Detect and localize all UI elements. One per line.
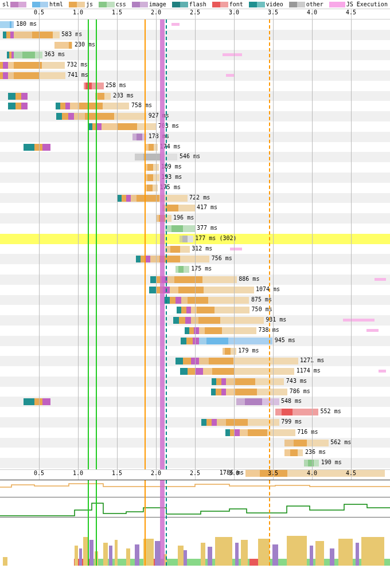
legend-other: other [289,1,323,7]
svg-rect-1 [75,546,78,566]
duration-label: 716 ms [297,429,318,435]
svg-rect-18 [79,548,82,566]
svg-rect-16 [338,539,353,566]
svg-rect-23 [184,550,187,566]
axis-bottom: 0.51.01.52.02.53.03.54.04.5 [0,469,390,480]
duration-label: 786 ms [290,388,310,394]
duration-label: 190 ms [321,459,342,465]
duration-label: 552 ms [321,408,341,414]
request-bar[interactable] [165,246,189,253]
svg-rect-24 [208,547,212,566]
request-bar[interactable] [131,195,187,202]
request-bar[interactable] [191,307,249,313]
request-bar[interactable] [170,287,253,293]
request-bar[interactable] [14,32,59,38]
request-bar[interactable] [176,266,189,273]
svg-rect-17 [361,537,384,566]
bandwidth-chart [0,480,390,497]
request-bar[interactable] [102,123,157,130]
svg-rect-5 [115,540,118,566]
duration-label: 196 ms [173,214,194,221]
request-bar[interactable] [199,358,298,364]
request-bar[interactable] [8,72,66,79]
svg-rect-10 [201,543,205,566]
request-bar[interactable] [54,42,72,49]
svg-rect-28 [330,548,334,566]
svg-rect-13 [258,539,270,566]
duration-label: 258 ms [106,82,126,88]
request-bar[interactable] [226,389,287,395]
legend-font: font [212,1,243,7]
legend-JS Execution: JS Execution [329,1,388,7]
svg-rect-20 [109,546,112,566]
js-execution-marker [171,23,180,26]
legend-image: image [132,1,166,7]
request-bar[interactable] [165,225,194,232]
request-bar[interactable] [95,93,111,100]
request-bar[interactable] [162,205,195,211]
request-bar[interactable] [8,62,65,69]
duration-label: 177 ms (302) [195,235,236,241]
duration-label: 377 ms [197,225,217,231]
svg-rect-19 [89,540,93,566]
duration-label: 363 ms [44,51,65,57]
duration-label: 1074 ms [256,286,280,292]
js-execution-marker [375,278,386,281]
svg-rect-27 [310,546,313,566]
svg-rect-15 [315,541,324,566]
svg-rect-12 [241,540,248,566]
legend-css: css [99,1,126,7]
duration-label: 758 ms [131,102,152,108]
duration-label: 417 ms [197,204,217,210]
svg-rect-4 [103,543,108,566]
request-bar[interactable] [181,297,249,304]
duration-label: 583 ms [61,31,82,37]
request-bar[interactable] [145,164,159,171]
duration-label: 562 ms [330,439,351,445]
duration-label: 945 ms [275,337,295,343]
js-execution-marker [223,53,242,56]
request-bar[interactable] [84,83,104,89]
duration-label: 546 ms [180,153,200,159]
js-execution-marker [379,370,387,373]
legend-js: js [69,1,93,7]
svg-rect-14 [287,536,307,566]
duration-label: 548 ms [281,398,302,404]
svg-rect-29 [356,543,359,566]
request-bar[interactable] [284,449,303,456]
request-bar[interactable] [145,174,159,181]
cpu-line-chart [0,497,390,518]
svg-rect-9 [178,546,184,566]
duration-label: 180 ms [16,21,37,27]
duration-label: 722 ms [189,194,210,201]
legend-video: video [249,1,283,7]
request-bar[interactable] [74,113,146,120]
duration-label: 732 ms [67,61,88,68]
svg-rect-11 [215,537,232,566]
js-execution-marker [230,248,241,250]
js-execution-marker [366,329,378,332]
request-bar[interactable] [167,276,236,283]
request-bar[interactable] [191,317,264,324]
svg-rect-25 [235,543,239,566]
duration-label: 236 ms [305,449,326,455]
cpu-utilization-chart [0,534,390,566]
duration-label: 1174 ms [297,367,321,374]
request-bar[interactable] [199,327,256,334]
request-bar[interactable] [0,21,14,28]
waterfall-chart: 180 ms583 ms230 ms363 ms732 ms741 ms258 … [0,19,390,469]
request-bar[interactable] [180,236,193,242]
request-bar[interactable] [240,429,295,436]
legend-html: html [32,1,63,7]
request-bar[interactable] [226,378,284,385]
request-bar[interactable] [199,338,273,344]
svg-rect-0 [3,557,7,566]
request-bar[interactable] [14,52,42,58]
footer-charts [0,480,390,566]
axis-top: 0.51.01.52.02.53.03.54.04.5 [0,9,390,19]
request-bar[interactable] [70,103,129,109]
duration-label: 179 ms [238,347,259,354]
request-bar[interactable] [203,368,295,375]
request-bar[interactable] [284,440,328,446]
js-execution-marker [226,74,234,77]
